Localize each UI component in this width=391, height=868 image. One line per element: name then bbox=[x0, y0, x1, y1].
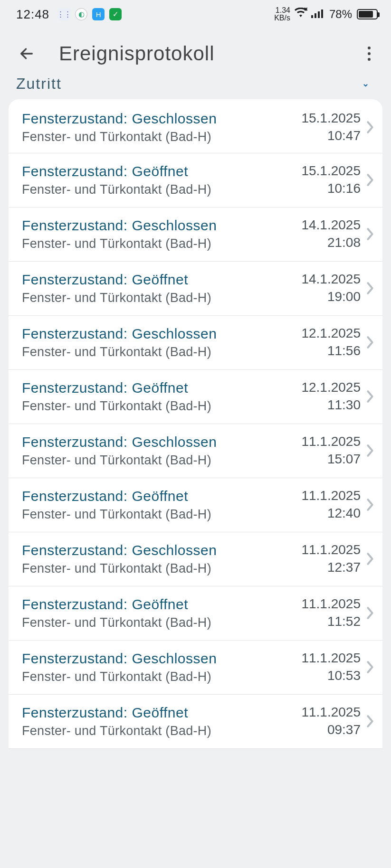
event-title: Fensterzustand: Geschlossen bbox=[22, 433, 296, 451]
app-header: Ereignisprotokoll bbox=[0, 28, 391, 78]
app-icon-2: ✓ bbox=[109, 8, 122, 20]
svg-point-8 bbox=[368, 58, 371, 61]
chevron-right-icon bbox=[363, 715, 377, 728]
event-title: Fensterzustand: Geöffnet bbox=[22, 379, 296, 397]
event-time: 15:07 bbox=[301, 451, 361, 468]
event-subtitle: Fenster- und Türkontakt (Bad-H) bbox=[22, 453, 296, 468]
event-date: 11.1.2025 bbox=[301, 487, 361, 504]
event-date: 14.1.2025 bbox=[301, 271, 361, 288]
event-time: 10:47 bbox=[301, 127, 361, 144]
battery-icon bbox=[357, 9, 378, 19]
event-date: 12.1.2025 bbox=[301, 379, 361, 396]
event-title: Fensterzustand: Geschlossen bbox=[22, 541, 296, 559]
event-time: 10:53 bbox=[301, 667, 361, 684]
signal-icon bbox=[311, 8, 325, 21]
net-speed-unit: KB/s bbox=[274, 14, 290, 22]
event-subtitle: Fenster- und Türkontakt (Bad-H) bbox=[22, 182, 296, 197]
event-row[interactable]: Fensterzustand: GeschlossenFenster- und … bbox=[9, 641, 382, 695]
event-subtitle: Fenster- und Türkontakt (Bad-H) bbox=[22, 615, 296, 630]
event-date: 11.1.2025 bbox=[301, 541, 361, 558]
back-button[interactable] bbox=[13, 40, 40, 67]
event-row[interactable]: Fensterzustand: GeschlossenFenster- und … bbox=[9, 99, 382, 153]
chevron-right-icon bbox=[363, 282, 377, 295]
net-speed-value: 1.34 bbox=[274, 7, 290, 14]
teams-icon: ⋮⋮ bbox=[58, 8, 70, 20]
more-options-button[interactable] bbox=[356, 40, 382, 67]
event-time: 11:52 bbox=[301, 613, 361, 630]
svg-rect-4 bbox=[318, 11, 320, 18]
event-date: 11.1.2025 bbox=[301, 650, 361, 667]
event-date: 11.1.2025 bbox=[301, 595, 361, 613]
wifi-icon bbox=[294, 8, 307, 21]
section-label: Zutritt bbox=[0, 78, 78, 94]
event-time: 10:16 bbox=[301, 180, 361, 197]
app-icon-1: H bbox=[92, 8, 105, 20]
event-time: 12:40 bbox=[301, 505, 361, 522]
event-time: 12:37 bbox=[301, 559, 361, 576]
svg-rect-2 bbox=[311, 15, 313, 18]
event-time: 11:30 bbox=[301, 396, 361, 414]
event-title: Fensterzustand: Geöffnet bbox=[22, 595, 296, 613]
chevron-right-icon bbox=[363, 121, 377, 134]
event-title: Fensterzustand: Geschlossen bbox=[22, 325, 296, 343]
event-row[interactable]: Fensterzustand: GeöffnetFenster- und Tür… bbox=[9, 370, 382, 424]
event-subtitle: Fenster- und Türkontakt (Bad-H) bbox=[22, 399, 296, 414]
event-subtitle: Fenster- und Türkontakt (Bad-H) bbox=[22, 345, 296, 359]
svg-rect-3 bbox=[315, 13, 316, 18]
status-bar: 12:48 ⋮⋮ ◐ H ✓ 1.34 KB/s 78% bbox=[0, 0, 391, 28]
event-title: Fensterzustand: Geschlossen bbox=[22, 217, 296, 235]
chevron-right-icon bbox=[363, 498, 377, 511]
chevron-right-icon bbox=[363, 173, 377, 187]
event-subtitle: Fenster- und Türkontakt (Bad-H) bbox=[22, 507, 296, 522]
event-date: 15.1.2025 bbox=[301, 162, 361, 179]
page-title: Ereignisprotokoll bbox=[59, 42, 356, 65]
event-time: 19:00 bbox=[301, 288, 361, 305]
event-title: Fensterzustand: Geöffnet bbox=[22, 704, 296, 722]
event-subtitle: Fenster- und Türkontakt (Bad-H) bbox=[22, 291, 296, 305]
chevron-right-icon bbox=[363, 390, 377, 403]
event-row[interactable]: Fensterzustand: GeöffnetFenster- und Tür… bbox=[9, 586, 382, 641]
event-date: 14.1.2025 bbox=[301, 217, 361, 234]
event-date: 15.1.2025 bbox=[301, 110, 361, 127]
chevron-right-icon bbox=[363, 227, 377, 241]
chevron-right-icon bbox=[363, 606, 377, 620]
event-date: 11.1.2025 bbox=[301, 704, 361, 721]
svg-point-6 bbox=[368, 47, 371, 49]
network-speed: 1.34 KB/s bbox=[274, 7, 290, 22]
event-row[interactable]: Fensterzustand: GeschlossenFenster- und … bbox=[9, 316, 382, 370]
event-row[interactable]: Fensterzustand: GeöffnetFenster- und Tür… bbox=[9, 478, 382, 532]
event-row[interactable]: Fensterzustand: GeöffnetFenster- und Tür… bbox=[9, 153, 382, 208]
chevron-right-icon bbox=[363, 660, 377, 674]
event-subtitle: Fenster- und Türkontakt (Bad-H) bbox=[22, 236, 296, 251]
browser-icon: ◐ bbox=[75, 8, 87, 20]
chevron-right-icon bbox=[363, 336, 377, 349]
svg-point-7 bbox=[368, 52, 371, 55]
collapse-icon[interactable]: ⌄ bbox=[362, 78, 370, 89]
chevron-right-icon bbox=[363, 444, 377, 457]
event-row[interactable]: Fensterzustand: GeöffnetFenster- und Tür… bbox=[9, 262, 382, 316]
event-subtitle: Fenster- und Türkontakt (Bad-H) bbox=[22, 130, 296, 144]
event-row[interactable]: Fensterzustand: GeschlossenFenster- und … bbox=[9, 532, 382, 586]
event-title: Fensterzustand: Geöffnet bbox=[22, 271, 296, 289]
status-time: 12:48 bbox=[16, 7, 49, 22]
event-time: 11:56 bbox=[301, 342, 361, 359]
event-title: Fensterzustand: Geschlossen bbox=[22, 650, 296, 668]
battery-percentage: 78% bbox=[329, 8, 352, 21]
event-row[interactable]: Fensterzustand: GeöffnetFenster- und Tür… bbox=[9, 695, 382, 749]
event-time: 09:37 bbox=[301, 721, 361, 738]
event-title: Fensterzustand: Geöffnet bbox=[22, 487, 296, 505]
event-subtitle: Fenster- und Türkontakt (Bad-H) bbox=[22, 724, 296, 738]
chevron-right-icon bbox=[363, 552, 377, 566]
svg-rect-5 bbox=[321, 9, 323, 18]
event-subtitle: Fenster- und Türkontakt (Bad-H) bbox=[22, 670, 296, 684]
event-title: Fensterzustand: Geöffnet bbox=[22, 162, 296, 180]
event-row[interactable]: Fensterzustand: GeschlossenFenster- und … bbox=[9, 424, 382, 478]
event-time: 21:08 bbox=[301, 234, 361, 251]
event-list: Fensterzustand: GeschlossenFenster- und … bbox=[9, 99, 382, 749]
event-row[interactable]: Fensterzustand: GeschlossenFenster- und … bbox=[9, 208, 382, 262]
event-date: 11.1.2025 bbox=[301, 433, 361, 450]
event-title: Fensterzustand: Geschlossen bbox=[22, 110, 296, 128]
event-date: 12.1.2025 bbox=[301, 325, 361, 342]
event-subtitle: Fenster- und Türkontakt (Bad-H) bbox=[22, 561, 296, 576]
